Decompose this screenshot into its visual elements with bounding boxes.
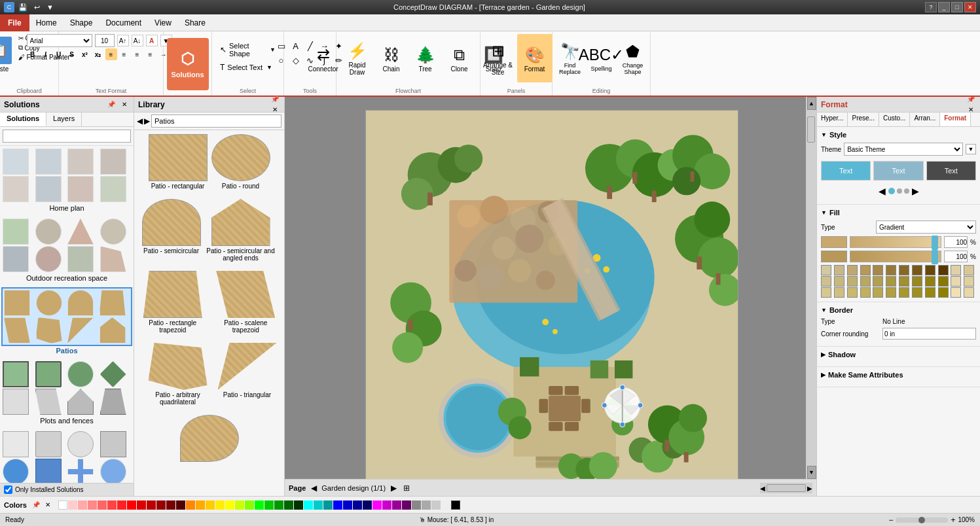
colors-close-btn[interactable]: ✕ — [45, 501, 50, 508]
lib-item-extra[interactable] — [180, 415, 239, 462]
style-dot-2[interactable] — [897, 188, 902, 194]
tool-text-btn[interactable]: A — [289, 39, 302, 52]
vscroll-track[interactable] — [807, 110, 816, 466]
zoom-thumb[interactable] — [918, 517, 925, 523]
cp-cell-8[interactable] — [912, 265, 922, 275]
lib-item-patio-round[interactable]: Patio - round — [211, 134, 270, 190]
cp-cell-23[interactable] — [951, 276, 961, 287]
cp-cell-17[interactable] — [873, 276, 883, 287]
canvas-hscroll[interactable]: ◀ ▶ — [760, 483, 812, 493]
library-path-input[interactable] — [151, 114, 281, 128]
hscroll-thumb[interactable] — [767, 484, 806, 492]
cs-28[interactable] — [333, 500, 342, 510]
cp-cell-35[interactable] — [951, 287, 961, 298]
cs-39[interactable] — [441, 500, 450, 510]
cs-21[interactable] — [264, 500, 274, 510]
cs-37[interactable] — [422, 500, 431, 510]
format-tab-format[interactable]: Format — [940, 113, 971, 126]
theme-expand-btn[interactable]: ▼ — [966, 144, 976, 154]
theme-select[interactable]: Basic Theme — [844, 143, 963, 156]
font-size-input[interactable] — [95, 34, 115, 47]
cp-cell-16[interactable] — [860, 276, 871, 287]
cs-35[interactable] — [402, 500, 411, 510]
cp-cell-10[interactable] — [938, 265, 949, 275]
cs-34[interactable] — [392, 500, 401, 510]
cp-cell-13[interactable] — [821, 276, 831, 287]
format-ribbon-btn[interactable]: 🎨 Format — [517, 34, 553, 82]
tool-oval-btn[interactable]: ○ — [275, 54, 288, 67]
cs-9[interactable] — [147, 500, 156, 510]
tool-rect-btn[interactable]: ▭ — [275, 39, 288, 52]
paste-button[interactable]: 📋 Paste — [0, 34, 14, 75]
cp-cell-5[interactable] — [873, 265, 883, 275]
subscript-btn[interactable]: x₂ — [92, 48, 104, 60]
cp-cell-25[interactable] — [821, 287, 831, 298]
italic-btn[interactable]: I — [40, 48, 52, 60]
cp-cell-2[interactable] — [834, 265, 844, 275]
tab-solutions[interactable]: Solutions — [0, 113, 46, 126]
cs-4[interactable] — [98, 500, 107, 510]
cs-14[interactable] — [196, 500, 205, 510]
fill-type-select[interactable]: Gradient — [876, 220, 976, 234]
cs-10[interactable] — [156, 500, 166, 510]
font-grow-btn[interactable]: A↑ — [117, 35, 129, 46]
change-shape-btn[interactable]: ⬟ Change Shape — [618, 34, 648, 82]
cs-20[interactable] — [255, 500, 264, 510]
solutions-item-home-plan[interactable]: Home plan — [3, 149, 131, 212]
cp-cell-1[interactable] — [821, 265, 831, 275]
cs-5[interactable] — [107, 500, 117, 510]
style-dot-3[interactable] — [904, 188, 909, 194]
zoom-in-btn[interactable]: + — [951, 516, 955, 525]
cp-cell-7[interactable] — [899, 265, 909, 275]
gradient-handle-1[interactable] — [932, 236, 938, 250]
cp-cell-24[interactable] — [964, 276, 974, 287]
cs-25[interactable] — [304, 500, 313, 510]
cs-6[interactable] — [117, 500, 126, 510]
cs-38[interactable] — [431, 500, 441, 510]
cp-cell-18[interactable] — [886, 276, 896, 287]
cs-36[interactable] — [412, 500, 421, 510]
cp-cell-36[interactable] — [964, 287, 974, 298]
hscroll-left-btn[interactable]: ◀ — [760, 485, 765, 492]
cp-cell-11[interactable] — [951, 265, 961, 275]
cp-cell-26[interactable] — [834, 287, 844, 298]
close-btn[interactable]: ✕ — [964, 2, 976, 12]
lib-item-patio-semi[interactable]: Patio - semicircular — [142, 199, 201, 262]
fill-color-2[interactable] — [821, 251, 847, 262]
cs-11[interactable] — [166, 500, 175, 510]
chain-btn[interactable]: ⛓ Chain — [375, 34, 408, 82]
cp-cell-4[interactable] — [860, 265, 871, 275]
cs-18[interactable] — [235, 500, 244, 510]
strikethrough-btn[interactable]: S — [66, 48, 78, 60]
font-select[interactable]: Arial — [27, 34, 92, 47]
cs-31[interactable] — [363, 500, 372, 510]
format-tab-hyper[interactable]: Hyper... — [817, 113, 848, 126]
canvas-scroll[interactable]: ▲ ▼ — [285, 97, 816, 479]
align-right-btn[interactable]: ≡ — [132, 48, 143, 60]
cp-cell-19[interactable] — [899, 276, 909, 287]
solutions-ribbon-btn[interactable]: ⬡ Solutions — [167, 38, 209, 90]
cp-cell-30[interactable] — [886, 287, 896, 298]
cp-cell-27[interactable] — [847, 287, 858, 298]
quick-dropdown[interactable]: ▼ — [46, 3, 54, 12]
cp-cell-15[interactable] — [847, 276, 858, 287]
zoom-out-btn[interactable]: − — [888, 516, 893, 525]
cs-12[interactable] — [176, 500, 185, 510]
canvas-vscroll[interactable]: ▲ ▼ — [806, 97, 816, 479]
cp-cell-34[interactable] — [938, 287, 949, 298]
only-installed-checkbox[interactable] — [4, 485, 12, 494]
cs-15[interactable] — [206, 500, 215, 510]
cp-cell-12[interactable] — [964, 265, 974, 275]
cs-27[interactable] — [323, 500, 333, 510]
cp-cell-28[interactable] — [860, 287, 871, 298]
share-menu-item[interactable]: Share — [178, 14, 212, 31]
superscript-btn[interactable]: x² — [79, 48, 91, 60]
cp-cell-22[interactable] — [938, 276, 949, 287]
zoom-slider[interactable] — [896, 517, 948, 523]
shadow-section-header[interactable]: ▶ Shadow — [821, 351, 976, 359]
align-left-btn[interactable]: ≡ — [105, 48, 117, 60]
gradient-handle-2[interactable] — [932, 250, 938, 264]
solutions-item-plots[interactable]: Plots and fences — [3, 361, 131, 425]
solutions-item-patios[interactable]: Patios — [3, 289, 131, 355]
cs-16[interactable] — [215, 500, 225, 510]
